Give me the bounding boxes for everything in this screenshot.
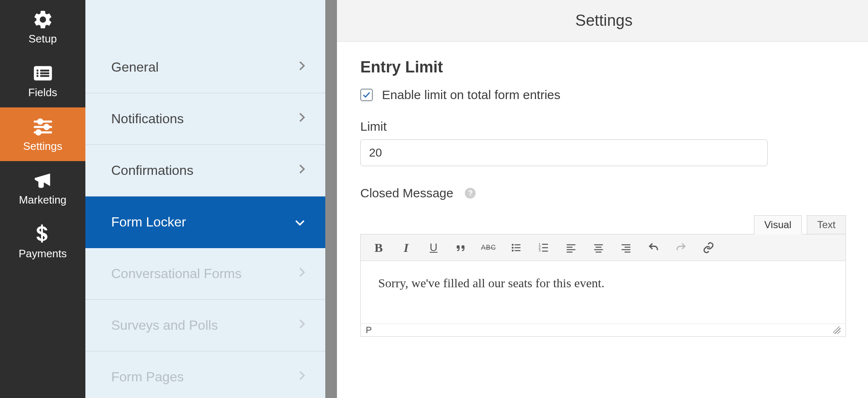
limit-input[interactable]	[360, 139, 768, 166]
section-title: Entry Limit	[360, 58, 846, 76]
svg-point-13	[512, 244, 514, 246]
dollar-icon	[32, 225, 54, 244]
editor-path: P	[366, 325, 372, 336]
settings-item-notifications[interactable]: Notifications	[85, 93, 325, 145]
sidebar-item-label: Settings	[23, 140, 62, 153]
tab-visual[interactable]: Visual	[754, 215, 802, 234]
svg-rect-24	[542, 251, 548, 251]
svg-rect-33	[622, 244, 631, 245]
editor-content[interactable]: Sorry, we've filled all our seats for th…	[361, 261, 846, 323]
svg-rect-22	[542, 247, 548, 248]
redo-button[interactable]	[670, 239, 692, 257]
enable-limit-label: Enable limit on total form entries	[382, 88, 561, 102]
megaphone-icon	[32, 171, 54, 190]
sidebar-item-label: Payments	[19, 247, 67, 260]
settings-item-label: General	[111, 60, 159, 75]
sidebar-item-fields[interactable]: Fields	[0, 54, 85, 107]
help-icon[interactable]: ?	[465, 188, 476, 199]
editor-toolbar: B I U ABC 123	[361, 234, 846, 261]
settings-item-form-pages[interactable]: Form Pages	[85, 351, 325, 398]
tab-text[interactable]: Text	[807, 215, 846, 234]
svg-point-15	[512, 246, 514, 249]
enable-limit-checkbox[interactable]	[360, 89, 373, 101]
numbered-list-button[interactable]: 123	[532, 239, 555, 257]
settings-panel: General Notifications Confirmations Form…	[85, 0, 325, 398]
sidebar-item-label: Fields	[28, 86, 57, 99]
settings-item-label: Notifications	[111, 111, 184, 127]
page-title: Settings	[337, 0, 868, 42]
settings-item-label: Surveys and Polls	[111, 318, 218, 333]
chevron-right-icon	[299, 164, 305, 177]
svg-rect-30	[596, 246, 601, 247]
undo-button[interactable]	[642, 239, 665, 257]
align-right-button[interactable]	[615, 239, 637, 257]
closed-message-label: Closed Message	[360, 186, 453, 200]
chevron-down-icon	[294, 216, 305, 229]
sidebar-item-label: Setup	[29, 32, 57, 45]
svg-point-10	[44, 125, 48, 129]
svg-text:3: 3	[539, 249, 541, 252]
settings-item-confirmations[interactable]: Confirmations	[85, 145, 325, 197]
svg-rect-25	[567, 244, 576, 245]
list-icon	[32, 64, 54, 83]
svg-rect-26	[567, 246, 573, 247]
svg-point-12	[36, 130, 40, 134]
svg-point-17	[512, 249, 514, 251]
svg-rect-32	[596, 251, 601, 252]
sidebar-item-payments[interactable]: Payments	[0, 215, 85, 269]
link-button[interactable]	[697, 239, 720, 257]
settings-item-surveys-polls[interactable]: Surveys and Polls	[85, 300, 325, 351]
settings-item-label: Conversational Forms	[111, 266, 242, 281]
svg-rect-16	[515, 247, 521, 248]
svg-rect-35	[622, 249, 631, 250]
svg-rect-20	[542, 244, 548, 244]
strikethrough-button[interactable]: ABC	[477, 239, 500, 257]
main-content: Settings Entry Limit Enable limit on tot…	[337, 0, 868, 398]
svg-rect-28	[567, 251, 573, 252]
underline-button[interactable]: U	[422, 239, 445, 257]
svg-rect-18	[515, 250, 521, 251]
closed-message-editor: Visual Text B I U ABC 123	[360, 215, 846, 337]
svg-rect-29	[594, 244, 603, 245]
bullet-list-button[interactable]	[505, 239, 527, 257]
svg-rect-31	[594, 249, 603, 250]
chevron-right-icon	[299, 318, 305, 332]
chevron-right-icon	[299, 112, 305, 126]
svg-rect-14	[515, 244, 521, 245]
sidebar-item-settings[interactable]: Settings	[0, 107, 85, 161]
sidebar-item-label: Marketing	[19, 194, 66, 206]
chevron-right-icon	[299, 60, 305, 74]
settings-item-conversational-forms[interactable]: Conversational Forms	[85, 248, 325, 300]
icon-sidebar: Setup Fields Settings Marketing Payments	[0, 0, 85, 398]
svg-point-8	[38, 119, 42, 124]
chevron-right-icon	[299, 370, 305, 384]
italic-button[interactable]: I	[395, 239, 417, 257]
bold-button[interactable]: B	[367, 239, 390, 257]
blockquote-button[interactable]	[450, 239, 472, 257]
svg-rect-34	[625, 246, 631, 247]
sidebar-item-setup[interactable]: Setup	[0, 0, 85, 54]
panel-splitter[interactable]	[325, 0, 337, 398]
settings-item-label: Form Pages	[111, 369, 184, 385]
resize-handle[interactable]	[833, 326, 841, 334]
settings-item-form-locker[interactable]: Form Locker	[85, 197, 325, 248]
sliders-icon	[32, 117, 54, 137]
settings-item-label: Form Locker	[111, 214, 186, 230]
svg-rect-27	[567, 249, 576, 250]
settings-item-label: Confirmations	[111, 163, 193, 178]
gear-icon	[32, 10, 54, 29]
chevron-right-icon	[299, 267, 305, 281]
sidebar-item-marketing[interactable]: Marketing	[0, 161, 85, 215]
align-center-button[interactable]	[587, 239, 610, 257]
settings-item-general[interactable]: General	[85, 42, 325, 93]
align-left-button[interactable]	[560, 239, 582, 257]
svg-rect-36	[625, 251, 631, 252]
limit-label: Limit	[360, 119, 846, 134]
